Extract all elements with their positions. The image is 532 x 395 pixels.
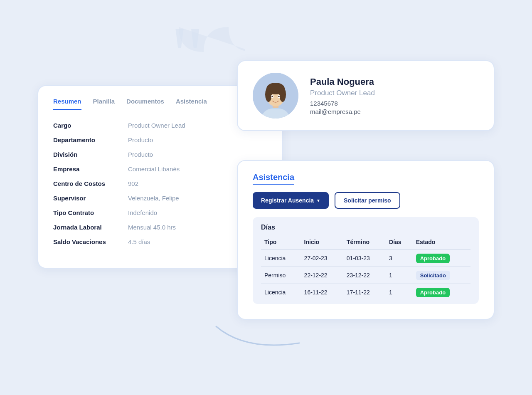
table-cell-estado: Solicitado [413, 267, 470, 284]
tab-documentos[interactable]: Documentos [126, 98, 164, 110]
detail-value: Producto [128, 151, 153, 158]
register-absence-button[interactable]: Registrar Ausencia ▼ [253, 192, 329, 209]
tab-asistencia[interactable]: Asistencia [176, 98, 207, 110]
detail-list: CargoProduct Owner LeadDepartamentoProdu… [53, 122, 267, 245]
tab-planilla[interactable]: Planilla [93, 98, 115, 110]
quote-decoration: " [170, 19, 245, 85]
table-cell-dias: 1 [386, 284, 413, 301]
table-cell-tipo: Permiso [261, 267, 301, 284]
table-column-header: Estado [413, 236, 470, 250]
svg-point-6 [265, 87, 272, 102]
asistencia-card: Asistencia Registrar Ausencia ▼ Solicita… [237, 160, 495, 320]
detail-label: Cargo [53, 122, 128, 129]
detail-label: División [53, 151, 128, 158]
detail-label: Supervisor [53, 195, 128, 202]
detail-value: Velenzuela, Felipe [128, 195, 179, 202]
detail-value: Indefenido [128, 209, 157, 216]
detail-row: SupervisorVelenzuela, Felipe [53, 195, 267, 202]
avatar [253, 73, 298, 118]
detail-row: EmpresaComercial Libanés [53, 165, 267, 173]
detail-label: Saldo Vacaciones [53, 238, 128, 245]
table-column-header: Inicio [301, 236, 343, 250]
table-cell-tipo: Licencia [261, 250, 301, 267]
table-cell-dias: 3 [386, 250, 413, 267]
request-permission-button[interactable]: Solicitar permiso [335, 192, 400, 209]
table-cell-estado: Aprobado [413, 250, 470, 267]
detail-label: Jornada Laboral [53, 224, 128, 231]
table-cell-termino: 01-03-23 [343, 250, 386, 267]
profile-email: mail@empresa.pe [310, 108, 375, 115]
asistencia-title: Asistencia [253, 173, 294, 185]
detail-value: 4.5 días [128, 238, 150, 245]
request-permission-label: Solicitar permiso [344, 197, 391, 204]
profile-card: Paula Noguera Product Owner Lead 1234567… [237, 60, 495, 131]
detail-row: Centro de Costos902 [53, 180, 267, 187]
dias-section: Días TipoInicioTérminoDíasEstado Licenci… [253, 217, 479, 304]
register-absence-label: Registrar Ausencia [261, 197, 314, 204]
detail-row: Saldo Vacaciones4.5 días [53, 238, 267, 245]
status-badge: Aprobado [416, 288, 450, 297]
svg-point-11 [278, 96, 280, 97]
table-cell-dias: 1 [386, 267, 413, 284]
detail-label: Empresa [53, 165, 128, 173]
table-cell-inicio: 16-11-22 [301, 284, 343, 301]
table-row: Licencia16-11-2217-11-221Aprobado [261, 284, 470, 301]
detail-value: Comercial Libanés [128, 165, 180, 173]
detail-value: Producto [128, 136, 153, 143]
table-column-header: Término [343, 236, 386, 250]
profile-info: Paula Noguera Product Owner Lead 1234567… [310, 77, 375, 115]
profile-role: Product Owner Lead [310, 89, 375, 97]
detail-label: Tipo Contrato [53, 209, 128, 216]
detail-row: Jornada LaboralMensual 45.0 hrs [53, 224, 267, 231]
svg-point-10 [271, 96, 273, 97]
detail-value: Product Owner Lead [128, 122, 185, 129]
table-cell-inicio: 27-02-23 [301, 250, 343, 267]
attendance-table: TipoInicioTérminoDíasEstado Licencia27-0… [261, 236, 470, 301]
detail-row: CargoProduct Owner Lead [53, 122, 267, 129]
status-badge: Solicitado [416, 271, 450, 280]
tab-bar: Resumen Planilla Documentos Asistencia [53, 98, 267, 110]
tab-resumen[interactable]: Resumen [53, 98, 81, 110]
table-cell-inicio: 22-12-22 [301, 267, 343, 284]
table-body: Licencia27-02-2301-03-233AprobadoPermiso… [261, 250, 470, 301]
svg-text:": " [170, 19, 204, 85]
detail-value: Mensual 45.0 hrs [128, 224, 176, 231]
profile-phone: 12345678 [310, 100, 375, 107]
svg-point-7 [279, 87, 286, 102]
chevron-down-icon: ▼ [316, 198, 320, 203]
detail-label: Centro de Costos [53, 180, 128, 187]
table-row: Permiso22-12-2223-12-221Solicitado [261, 267, 470, 284]
table-cell-termino: 17-11-22 [343, 284, 386, 301]
table-column-header: Tipo [261, 236, 301, 250]
action-buttons: Registrar Ausencia ▼ Solicitar permiso [253, 192, 479, 209]
table-row: Licencia27-02-2301-03-233Aprobado [261, 250, 470, 267]
dias-header: Días [261, 224, 470, 231]
curve-decoration [212, 318, 303, 360]
detail-row: DepartamentoProducto [53, 136, 267, 143]
detail-row: DivisiónProducto [53, 151, 267, 158]
detail-label: Departamento [53, 136, 128, 143]
status-badge: Aprobado [416, 254, 450, 263]
detail-value: 902 [128, 180, 138, 187]
detail-row: Tipo ContratoIndefenido [53, 209, 267, 216]
table-cell-termino: 23-12-22 [343, 267, 386, 284]
profile-name: Paula Noguera [310, 77, 375, 87]
table-header-row: TipoInicioTérminoDíasEstado [261, 236, 470, 250]
table-cell-estado: Aprobado [413, 284, 470, 301]
table-column-header: Días [386, 236, 413, 250]
table-cell-tipo: Licencia [261, 284, 301, 301]
